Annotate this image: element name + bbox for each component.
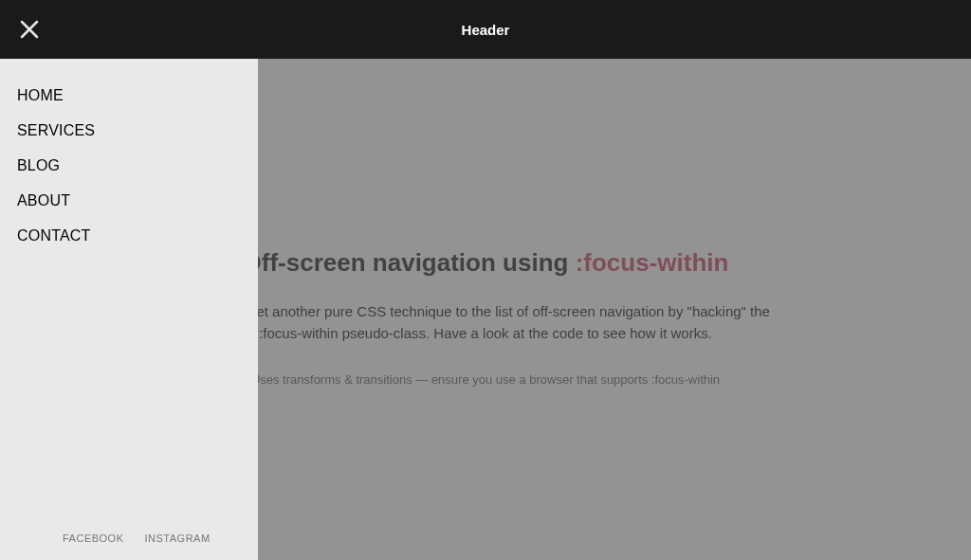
nav-list: HOME SERVICES BLOG ABOUT CONTACT: [0, 59, 258, 522]
content-overlay[interactable]: [258, 59, 971, 560]
social-link-facebook[interactable]: FACEBOOK: [63, 533, 124, 544]
sidebar-item-home[interactable]: HOME: [0, 78, 258, 113]
social-label: FACEBOOK: [63, 533, 124, 544]
sidebar-item-label: SERVICES: [17, 122, 95, 138]
sidebar-item-label: CONTACT: [17, 227, 91, 244]
sidebar-item-services[interactable]: SERVICES: [0, 113, 258, 148]
sidebar: HOME SERVICES BLOG ABOUT CONTACT FACEBOO…: [0, 59, 258, 560]
social-label: INSTAGRAM: [145, 533, 211, 544]
sidebar-item-about[interactable]: ABOUT: [0, 183, 258, 218]
close-button[interactable]: [0, 0, 59, 59]
sidebar-item-blog[interactable]: BLOG: [0, 148, 258, 183]
sidebar-item-label: HOME: [17, 87, 64, 103]
header-bar: Header: [0, 0, 971, 59]
sidebar-item-label: BLOG: [17, 157, 60, 173]
header-title: Header: [0, 22, 971, 38]
social-bar: FACEBOOK INSTAGRAM: [0, 522, 258, 560]
social-link-instagram[interactable]: INSTAGRAM: [145, 533, 211, 544]
sidebar-item-label: ABOUT: [17, 192, 70, 208]
close-icon: [18, 18, 41, 41]
sidebar-item-contact[interactable]: CONTACT: [0, 218, 258, 253]
